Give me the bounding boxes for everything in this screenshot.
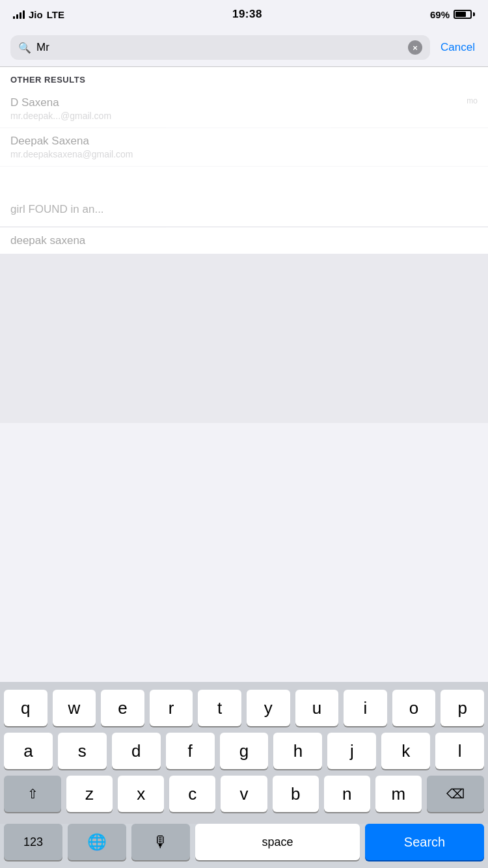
delete-key[interactable]: ⌫ (427, 776, 484, 812)
signal-bars (13, 10, 25, 19)
key-h[interactable]: h (273, 733, 322, 769)
time-label: 19:38 (232, 8, 262, 21)
result-meta-1: mo (467, 96, 478, 105)
key-r[interactable]: r (150, 690, 193, 726)
key-q[interactable]: q (4, 690, 47, 726)
key-i[interactable]: i (344, 690, 387, 726)
result-item-1[interactable]: D Saxena mo mr.deepak...@gmail.com (0, 90, 488, 128)
key-f[interactable]: f (166, 733, 215, 769)
key-y[interactable]: y (247, 690, 290, 726)
key-t[interactable]: t (198, 690, 241, 726)
shift-key[interactable]: ⇧ (4, 776, 61, 812)
search-key[interactable]: Search (365, 824, 484, 860)
keyboard-bottom-row: 123 🌐 🎙 space Search (0, 824, 488, 868)
key-e[interactable]: e (101, 690, 144, 726)
result-name-2: Deepak Saxena (10, 135, 89, 148)
keyboard-rows: q w e r t y u i o p a s d f g h j k l ⇧ … (0, 682, 488, 824)
microphone-key[interactable]: 🎙 (131, 824, 190, 860)
result-row-2: Deepak Saxena (10, 135, 478, 148)
status-right: 69% (430, 9, 475, 20)
key-v[interactable]: v (221, 776, 267, 812)
space-key[interactable]: space (195, 824, 360, 860)
key-n[interactable]: n (324, 776, 370, 812)
result-item-2[interactable]: Deepak Saxena mr.deepaksaxena@gmail.com (0, 128, 488, 167)
battery-tip (473, 12, 475, 16)
key-z[interactable]: z (66, 776, 113, 812)
cancel-button[interactable]: Cancel (438, 41, 478, 54)
battery-icon (454, 10, 475, 19)
keyboard: q w e r t y u i o p a s d f g h j k l ⇧ … (0, 682, 488, 868)
key-l[interactable]: l (435, 733, 484, 769)
results-section: OTHER RESULTS D Saxena mo mr.deepak...@g… (0, 67, 488, 254)
signal-bar-1 (13, 16, 15, 19)
result-email-2: mr.deepaksaxena@gmail.com (10, 149, 478, 159)
extra-item-1[interactable]: girl FOUND in an... (10, 199, 478, 220)
key-o[interactable]: o (392, 690, 436, 726)
search-bar-container: 🔍 × Cancel (0, 29, 488, 66)
status-left: Jio LTE (13, 9, 64, 20)
numbers-key[interactable]: 123 (4, 824, 62, 860)
battery-body (454, 10, 472, 19)
section-header: OTHER RESULTS (0, 67, 488, 90)
key-b[interactable]: b (273, 776, 319, 812)
extra-items: girl FOUND in an... (0, 167, 488, 227)
result-name-3: deepak saxena (10, 234, 478, 247)
key-d[interactable]: d (112, 733, 161, 769)
key-g[interactable]: g (220, 733, 269, 769)
network-label: LTE (47, 9, 64, 20)
signal-bar-3 (20, 12, 21, 19)
result-email-1: mr.deepak...@gmail.com (10, 111, 478, 121)
key-row-3: ⇧ z x c v b n m ⌫ (4, 776, 484, 812)
key-row-1: q w e r t y u i o p (4, 690, 484, 726)
key-k[interactable]: k (381, 733, 430, 769)
result-name-1: D Saxena (10, 96, 59, 109)
globe-key[interactable]: 🌐 (68, 824, 126, 860)
result-row-1: D Saxena mo (10, 96, 478, 109)
battery-fill (455, 12, 466, 17)
key-row-2: a s d f g h j k l (4, 733, 484, 769)
key-u[interactable]: u (295, 690, 339, 726)
key-m[interactable]: m (375, 776, 422, 812)
status-bar: Jio LTE 19:38 69% (0, 0, 488, 29)
clear-button[interactable]: × (408, 40, 422, 55)
battery-percent: 69% (430, 9, 450, 20)
search-icon: 🔍 (18, 42, 31, 54)
key-j[interactable]: j (327, 733, 376, 769)
search-input-wrapper: 🔍 × (10, 35, 430, 60)
key-w[interactable]: w (53, 690, 96, 726)
key-x[interactable]: x (118, 776, 164, 812)
carrier-label: Jio (29, 9, 43, 20)
key-a[interactable]: a (4, 733, 53, 769)
search-input[interactable] (36, 41, 403, 54)
empty-area (0, 254, 488, 423)
signal-bar-4 (23, 10, 25, 19)
result-item-3[interactable]: deepak saxena (0, 227, 488, 254)
key-c[interactable]: c (169, 776, 215, 812)
signal-bar-2 (16, 14, 18, 19)
key-s[interactable]: s (58, 733, 107, 769)
key-p[interactable]: p (441, 690, 484, 726)
